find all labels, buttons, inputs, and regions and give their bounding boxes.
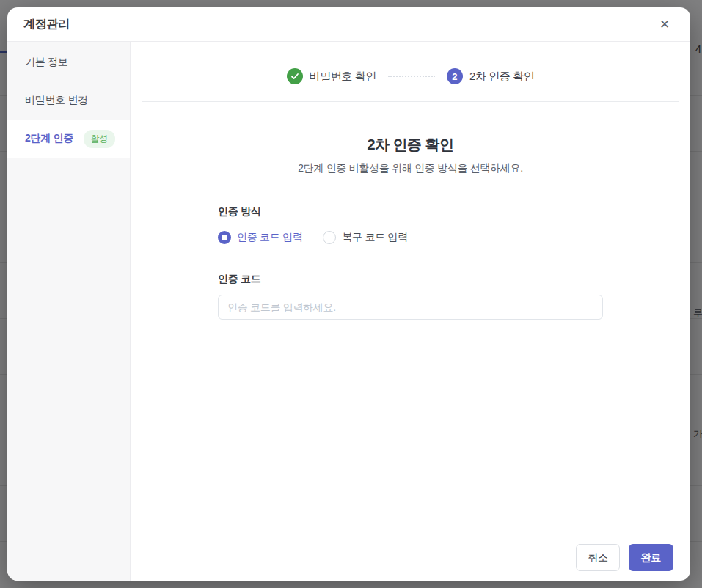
step-second-auth-confirm: 2 2차 인증 확인 [447, 68, 534, 84]
content-column: 2차 인증 확인 2단계 인증 비활성을 위해 인증 방식을 선택하세요. 인증… [218, 135, 603, 320]
status-badge-active: 활성 [84, 130, 115, 148]
auth-method-label: 인증 방식 [218, 205, 603, 218]
auth-method-radio-group: 인증 코드 입력 복구 코드 입력 [218, 231, 603, 244]
step-connector-dots [388, 76, 435, 77]
radio-auth-code[interactable]: 인증 코드 입력 [218, 231, 302, 244]
main-pane: 비밀번호 확인 2 2차 인증 확인 2차 인증 확인 2단계 인증 비활성을 … [131, 42, 690, 581]
step-password-confirm: 비밀번호 확인 [287, 68, 376, 84]
radio-label: 인증 코드 입력 [237, 231, 302, 244]
sidebar-item-two-factor-auth[interactable]: 2단계 인증 활성 [7, 120, 130, 158]
modal-title: 계정관리 [23, 17, 70, 32]
step-label: 2차 인증 확인 [469, 70, 534, 84]
submit-button[interactable]: 완료 [629, 544, 673, 571]
step-indicator: 비밀번호 확인 2 2차 인증 확인 [131, 68, 690, 84]
radio-recovery-code[interactable]: 복구 코드 입력 [323, 231, 407, 244]
step-number-badge: 2 [447, 68, 463, 84]
radio-label: 복구 코드 입력 [342, 231, 407, 244]
close-icon[interactable]: ✕ [655, 15, 674, 34]
modal-body: 기본 정보 비밀번호 변경 2단계 인증 활성 비밀번호 확인 [7, 42, 690, 581]
stepper-divider [142, 101, 679, 102]
sidebar-item-label: 비밀번호 변경 [25, 94, 88, 107]
account-management-modal: 계정관리 ✕ 기본 정보 비밀번호 변경 2단계 인증 활성 비밀번호 [7, 7, 690, 581]
auth-code-input[interactable] [218, 295, 603, 320]
sidebar: 기본 정보 비밀번호 변경 2단계 인증 활성 [7, 42, 131, 581]
radio-unselected-icon[interactable] [323, 231, 336, 244]
page-title: 2차 인증 확인 [218, 135, 603, 155]
step-label: 비밀번호 확인 [310, 70, 376, 84]
cancel-button[interactable]: 취소 [576, 544, 619, 571]
sidebar-item-change-password[interactable]: 비밀번호 변경 [7, 81, 130, 120]
modal-header: 계정관리 ✕ [7, 7, 690, 42]
sidebar-item-label: 기본 정보 [25, 56, 67, 69]
auth-code-label: 인증 코드 [218, 273, 603, 286]
check-icon [287, 68, 303, 84]
radio-selected-icon[interactable] [218, 231, 231, 244]
page-subtitle: 2단계 인증 비활성을 위해 인증 방식을 선택하세요. [218, 162, 603, 175]
sidebar-item-label: 2단계 인증 [25, 132, 73, 145]
sidebar-item-basic-info[interactable]: 기본 정보 [7, 43, 130, 81]
modal-footer: 취소 완료 [131, 544, 690, 581]
